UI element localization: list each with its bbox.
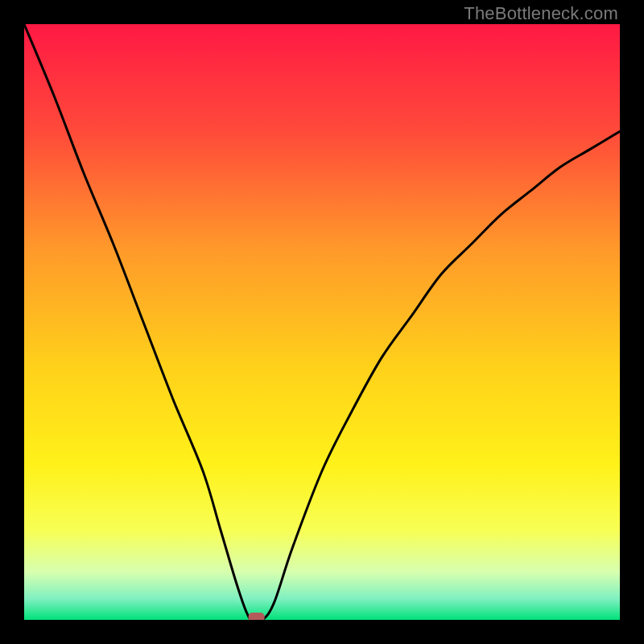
chart-frame (24, 24, 620, 620)
bottleneck-chart (24, 24, 620, 620)
watermark-text: TheBottleneck.com (464, 3, 618, 24)
gradient-background (24, 24, 620, 620)
optimal-point-marker (249, 613, 265, 620)
